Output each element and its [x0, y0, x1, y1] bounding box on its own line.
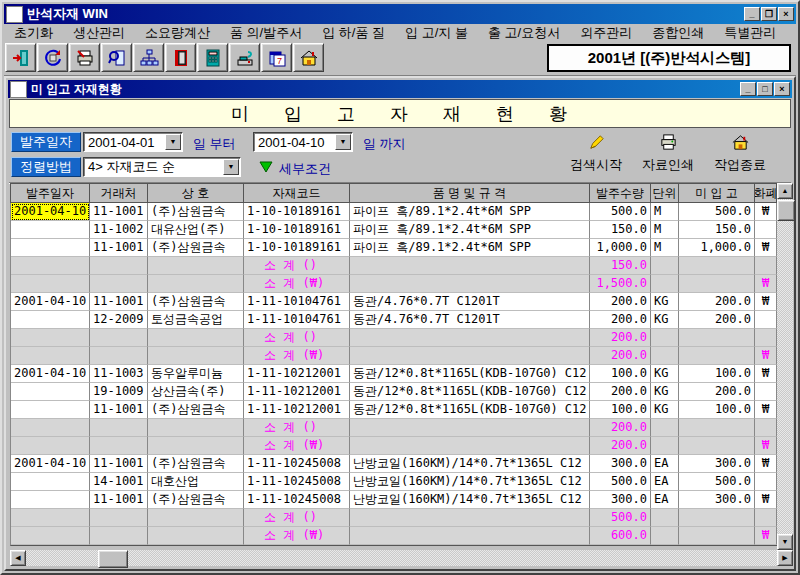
cell-order-qty[interactable]: 150.0: [590, 257, 651, 275]
cell-order-qty[interactable]: 100.0: [590, 401, 651, 419]
scroll-right-icon[interactable]: ▶: [777, 550, 793, 566]
cell-vendor-name[interactable]: [148, 527, 244, 545]
menu-item-1[interactable]: 생산관리: [63, 24, 135, 42]
cell-currency[interactable]: [755, 221, 777, 239]
cell-currency[interactable]: [755, 509, 777, 527]
cell-order-date[interactable]: [11, 383, 90, 401]
cell-currency[interactable]: [755, 311, 777, 329]
cell-pending-qty[interactable]: 1,000.0: [679, 239, 755, 257]
cell-order-date[interactable]: [11, 275, 90, 293]
cell-item-spec[interactable]: [350, 347, 590, 365]
cell-vendor-name[interactable]: 대유산업(주): [148, 221, 244, 239]
cell-vendor-code[interactable]: 11-1001: [90, 455, 148, 473]
menu-item-9[interactable]: 특별관리: [714, 24, 786, 42]
cell-pending-qty[interactable]: [679, 509, 755, 527]
cell-order-date[interactable]: [11, 347, 90, 365]
cell-vendor-code[interactable]: 11-1001: [90, 239, 148, 257]
cell-item-spec[interactable]: 동관/12*0.8t*1165L(KDB-107G0) C12: [350, 365, 590, 383]
menu-item-7[interactable]: 외주관리: [570, 24, 642, 42]
printer-pen-icon[interactable]: [69, 43, 100, 72]
cell-vendor-name[interactable]: [148, 329, 244, 347]
cell-vendor-name[interactable]: (주)삼원금속: [148, 203, 244, 221]
cell-unit[interactable]: [651, 437, 679, 455]
scale-icon[interactable]: [229, 43, 260, 72]
cell-order-date[interactable]: [11, 437, 90, 455]
cell-order-date[interactable]: [11, 401, 90, 419]
calendar-icon[interactable]: 7: [261, 43, 292, 72]
cell-unit[interactable]: [651, 419, 679, 437]
sort-method-select[interactable]: 4> 자재코드 순 ▼: [83, 157, 241, 177]
cell-currency[interactable]: ₩: [755, 365, 777, 383]
col-pending-qty[interactable]: 미 입 고: [679, 183, 755, 203]
cell-order-qty[interactable]: 1,000.0: [590, 239, 651, 257]
cell-item-spec[interactable]: 파이프 흑/89.1*2.4t*6M SPP: [350, 239, 590, 257]
cell-currency[interactable]: ₩: [755, 203, 777, 221]
table-row[interactable]: 소 계 (₩)200.0₩: [11, 347, 778, 365]
cell-currency[interactable]: ₩: [755, 455, 777, 473]
menu-item-8[interactable]: 종합인쇄: [642, 24, 714, 42]
cell-vendor-code[interactable]: [90, 347, 148, 365]
cell-currency[interactable]: [755, 473, 777, 491]
cell-material-code[interactable]: 소 계 (): [244, 509, 350, 527]
col-item-spec[interactable]: 품 명 및 규 격: [350, 183, 590, 203]
cell-pending-qty[interactable]: 150.0: [679, 221, 755, 239]
cell-material-code[interactable]: 소 계 (₩): [244, 347, 350, 365]
cell-order-date[interactable]: [11, 221, 90, 239]
detail-condition-label[interactable]: 세부조건: [279, 160, 331, 178]
chevron-down-icon[interactable]: ▼: [165, 134, 181, 150]
col-order-qty[interactable]: 발주수량: [590, 183, 651, 203]
cell-vendor-code[interactable]: 19-1009: [90, 383, 148, 401]
scroll-down-icon[interactable]: ▼: [777, 534, 793, 550]
cell-pending-qty[interactable]: 300.0: [679, 455, 755, 473]
exit-door-icon[interactable]: [5, 43, 36, 72]
cell-currency[interactable]: [755, 383, 777, 401]
cell-material-code[interactable]: 1-10-10189161: [244, 239, 350, 257]
cell-unit[interactable]: [651, 275, 679, 293]
cell-vendor-name[interactable]: 동우알루미늄: [148, 365, 244, 383]
cell-material-code[interactable]: 소 계 (₩): [244, 437, 350, 455]
cell-unit[interactable]: EA: [651, 491, 679, 509]
cell-vendor-code[interactable]: [90, 419, 148, 437]
table-row[interactable]: 19-1009상산금속(주)1-11-10212001동관/12*0.8t*11…: [11, 383, 778, 401]
cell-vendor-name[interactable]: 토성금속공업: [148, 311, 244, 329]
cell-pending-qty[interactable]: 100.0: [679, 401, 755, 419]
cell-vendor-code[interactable]: 11-1001: [90, 401, 148, 419]
cell-order-qty[interactable]: 200.0: [590, 347, 651, 365]
cell-item-spec[interactable]: [350, 257, 590, 275]
cell-order-qty[interactable]: 200.0: [590, 419, 651, 437]
cell-order-date[interactable]: [11, 329, 90, 347]
cell-material-code[interactable]: 소 계 (): [244, 257, 350, 275]
vertical-scrollbar[interactable]: ▲ ▼: [777, 183, 793, 550]
cell-currency[interactable]: ₩: [755, 401, 777, 419]
cell-material-code[interactable]: 1-10-10189161: [244, 221, 350, 239]
cell-order-date[interactable]: [11, 527, 90, 545]
cell-order-qty[interactable]: 200.0: [590, 293, 651, 311]
date-to-select[interactable]: 2001-04-10 ▼: [253, 132, 353, 152]
cell-material-code[interactable]: 1-11-10212001: [244, 365, 350, 383]
cell-pending-qty[interactable]: 500.0: [679, 473, 755, 491]
cell-item-spec[interactable]: 동관/12*0.8t*1165L(KDB-107G0) C12: [350, 401, 590, 419]
cell-pending-qty[interactable]: [679, 329, 755, 347]
cell-pending-qty[interactable]: [679, 437, 755, 455]
cell-material-code[interactable]: 1-11-10245008: [244, 491, 350, 509]
cell-pending-qty[interactable]: [679, 275, 755, 293]
cell-item-spec[interactable]: [350, 419, 590, 437]
cell-vendor-code[interactable]: [90, 257, 148, 275]
cell-currency[interactable]: ₩: [755, 293, 777, 311]
cell-order-date[interactable]: [11, 509, 90, 527]
close-button[interactable]: ×: [774, 82, 790, 96]
cell-material-code[interactable]: 소 계 (): [244, 419, 350, 437]
cell-material-code[interactable]: 소 계 (₩): [244, 275, 350, 293]
cell-unit[interactable]: EA: [651, 455, 679, 473]
cell-order-qty[interactable]: 200.0: [590, 383, 651, 401]
table-row[interactable]: 2001-04-1011-1001(주)삼원금속1-10-10189161파이프…: [11, 203, 778, 221]
cell-pending-qty[interactable]: 200.0: [679, 383, 755, 401]
cell-vendor-code[interactable]: 11-1002: [90, 221, 148, 239]
cell-order-qty[interactable]: 200.0: [590, 311, 651, 329]
cell-vendor-name[interactable]: [148, 257, 244, 275]
cell-order-date[interactable]: [11, 473, 90, 491]
close-button[interactable]: ×: [778, 7, 794, 21]
cell-vendor-code[interactable]: [90, 509, 148, 527]
cell-order-date[interactable]: [11, 419, 90, 437]
col-material-code[interactable]: 자재코드: [244, 183, 350, 203]
